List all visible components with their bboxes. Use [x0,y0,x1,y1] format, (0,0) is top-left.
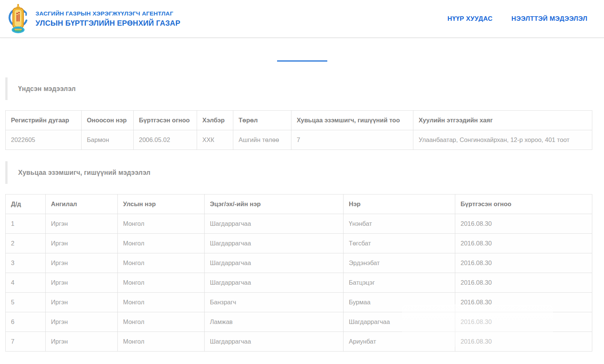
column-header: Регистрийн дугаар [6,111,82,130]
table-cell: Улаанбаатар, Сонгинохайрхан, 12-р хороо,… [413,130,592,150]
section-title: Үндсэн мэдээлэл [18,85,76,93]
table-cell: Монгол [118,312,205,332]
column-header: Хувьцаа эзэмшигч, гишүүний тоо [291,111,413,130]
table-cell: Ариунбат [344,332,455,352]
table-cell: Монгол [118,293,205,312]
state-registration-emblem-icon [7,3,29,34]
column-header: Төрөл [233,111,291,130]
table-row: 3ИргэнМонголШагдаррагчааЭрдэнэбат2016.08… [6,253,592,273]
table-cell: Монгол [118,332,205,352]
table-cell: 2022605 [6,130,82,150]
table-cell: Төгсбат [344,234,455,253]
column-header: Ангилал [46,194,118,214]
shareholders-table: Д/дАнгилалУлсын нэрЭцэг/эх/-ийн нэрНэрБү… [5,194,592,352]
table-cell: Бурмаа [344,293,455,312]
table-cell: Ашгийн төлөө [233,130,291,150]
section-accent-bar [5,161,8,184]
table-cell: Иргэн [46,234,118,253]
table-row: 5ИргэнМонголБанзрагчБурмаа2016.08.30 [6,293,592,312]
column-header: Улсын нэр [118,194,205,214]
table-cell: 2016.08.30 [455,312,592,332]
table-cell: 6 [6,312,46,332]
table-cell: 1 [6,214,46,234]
section-title: Хувьцаа эзэмшигч, гишүүний мэдээлэл [18,169,151,177]
brand-text: ЗАСГИЙН ГАЗРЫН ХЭРЭГЖҮҮЛЭГЧ АГЕНТЛАГ УЛС… [35,10,180,28]
table-header-row: Д/дАнгилалУлсын нэрЭцэг/эх/-ийн нэрНэрБү… [6,194,592,214]
table-cell: Шагдаррагчаа [205,332,344,352]
table-cell: Монгол [118,273,205,293]
table-cell: 2016.08.30 [455,214,592,234]
table-cell: Бармон [82,130,134,150]
table-header-row: Регистрийн дугаарОноосон нэрБүртгэсэн ог… [6,111,592,130]
column-header: Д/д [6,194,46,214]
table-cell: Монгол [118,253,205,273]
table-cell: ХХК [197,130,233,150]
section-shareholders-header: Хувьцаа эзэмшигч, гишүүний мэдээлэл [5,161,604,184]
nav-home-link[interactable]: НҮҮР ХУУДАС [447,15,493,23]
table-cell: Эрдэнэбат [344,253,455,273]
column-header: Бүртгэсэн огноо [134,111,197,130]
brand-home-link[interactable]: ЗАСГИЙН ГАЗРЫН ХЭРЭГЖҮҮЛЭГЧ АГЕНТЛАГ УЛС… [7,3,180,34]
org-name-line1: ЗАСГИЙН ГАЗРЫН ХЭРЭГЖҮҮЛЭГЧ АГЕНТЛАГ [35,10,180,17]
main-nav: НҮҮР ХУУДАС НЭЭЛТТЭЙ МЭДЭЭЛЭЛ [447,15,587,23]
column-header: Хэлбэр [197,111,233,130]
table-cell: 2006.05.02 [134,130,197,150]
org-name-line2: УЛСЫН БҮРТГЭЛИЙН ЕРӨНХИЙ ГАЗАР [35,19,180,28]
table-cell: Шагдаррагчаа [205,253,344,273]
column-header: Бүртгэсэн огноо [455,194,592,214]
table-row: 6ИргэнМонголЛамжавШагдаррагчаа2016.08.30 [6,312,592,332]
table-cell: Иргэн [46,332,118,352]
table-cell: 2016.08.30 [455,253,592,273]
section-accent-bar [5,77,8,100]
table-cell: Иргэн [46,253,118,273]
column-header: Эцэг/эх/-ийн нэр [205,194,344,214]
table-cell: 2 [6,234,46,253]
nav-open-data-link[interactable]: НЭЭЛТТЭЙ МЭДЭЭЛЭЛ [512,15,587,23]
table-row: 7ИргэнМонголШагдаррагчааАриунбат2016.08.… [6,332,592,352]
table-cell: 7 [6,332,46,352]
section-main-info-header: Үндсэн мэдээлэл [5,77,604,100]
table-row: 2ИргэнМонголШагдаррагчааТөгсбат2016.08.3… [6,234,592,253]
table-row: 2022605Бармон2006.05.02ХХКАшгийн төлөө7У… [6,130,592,150]
table-cell: 5 [6,293,46,312]
column-header: Нэр [344,194,455,214]
table-cell: Ламжав [205,312,344,332]
table-cell: 2016.08.30 [455,273,592,293]
table-cell: Иргэн [46,293,118,312]
table-cell: Иргэн [46,214,118,234]
table-cell: Шагдаррагчаа [344,312,455,332]
table-cell: Монгол [118,234,205,253]
table-row: 4ИргэнМонголШагдаррагчааБатцэцэг2016.08.… [6,273,592,293]
table-cell: 2016.08.30 [455,293,592,312]
column-header: Хуулийн этгээдийн хаяг [413,111,592,130]
table-cell: 2016.08.30 [455,332,592,352]
table-cell: Иргэн [46,273,118,293]
table-cell: Банзрагч [205,293,344,312]
table-cell: Монгол [118,214,205,234]
main-info-table: Регистрийн дугаарОноосон нэрБүртгэсэн ог… [5,110,592,150]
table-cell: Шагдаррагчаа [205,273,344,293]
column-header: Оноосон нэр [82,111,134,130]
top-header-bar: ЗАСГИЙН ГАЗРЫН ХЭРЭГЖҮҮЛЭГЧ АГЕНТЛАГ УЛС… [0,0,604,38]
table-cell: Батцэцэг [344,273,455,293]
table-cell: Шагдаррагчаа [205,214,344,234]
table-cell: 3 [6,253,46,273]
table-cell: 2016.08.30 [455,234,592,253]
table-cell: Үнэнбат [344,214,455,234]
table-cell: Шагдаррагчаа [205,234,344,253]
table-cell: 4 [6,273,46,293]
table-cell: 7 [291,130,413,150]
table-cell: Иргэн [46,312,118,332]
tab-active-indicator [277,60,327,62]
table-row: 1ИргэнМонголШагдаррагчааҮнэнбат2016.08.3… [6,214,592,234]
